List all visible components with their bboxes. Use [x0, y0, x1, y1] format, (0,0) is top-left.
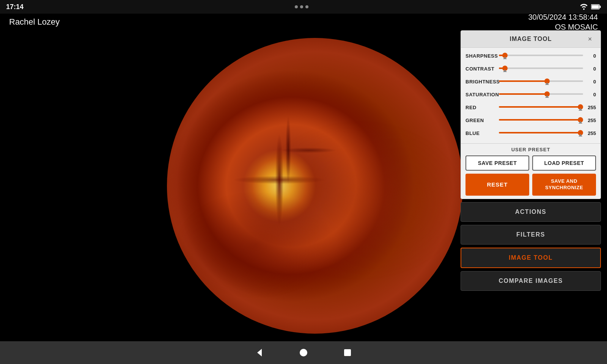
slider-value-brightness: 0 [583, 79, 596, 85]
save-preset-button[interactable]: SAVE PRESET [465, 155, 529, 171]
exam-date: 30/05/2024 13:58:44 [528, 12, 598, 22]
slider-track-contrast [499, 67, 583, 69]
load-preset-button[interactable]: LOAD PRESET [532, 155, 596, 171]
slider-tick-brightness [545, 82, 549, 85]
status-dots [295, 5, 308, 8]
slider-tick-saturation [545, 95, 549, 98]
slider-fill-green [499, 119, 580, 121]
back-icon [254, 347, 265, 358]
slider-tick-red [579, 108, 582, 111]
preset-buttons: SAVE PRESET LOAD PRESET [465, 155, 596, 171]
image-tool-panel: IMAGE TOOL × SHARPNESS0CONTRAST0BRIGHTNE… [461, 30, 601, 199]
top-info-bar: Rachel Lozey 30/05/2024 13:58:44 OS MOSA… [0, 14, 607, 30]
svg-marker-3 [257, 349, 262, 356]
sliders-section: SHARPNESS0CONTRAST0BRIGHTNESS0SATURATION… [461, 48, 601, 143]
slider-row-blue: BLUE255 [465, 127, 596, 139]
slider-label-blue: BLUE [465, 130, 499, 136]
bottom-nav [0, 341, 607, 364]
slider-label-red: RED [465, 105, 499, 110]
slider-fill-red [499, 106, 580, 108]
exam-info: 30/05/2024 13:58:44 OS MOSAIC [528, 12, 598, 32]
slider-container-red [499, 103, 583, 112]
slider-label-saturation: SATURATION [465, 92, 499, 97]
slider-track-brightness [499, 80, 583, 82]
wifi-icon [580, 4, 588, 10]
svg-rect-5 [344, 349, 351, 356]
slider-container-blue [499, 129, 583, 138]
slider-container-green [499, 116, 583, 125]
reset-button[interactable]: RESET [465, 174, 529, 196]
status-bar: 17:14 [0, 0, 607, 14]
slider-value-contrast: 0 [583, 66, 596, 72]
compare-images-button[interactable]: COMPARE IMAGES [461, 271, 601, 291]
panel-title: IMAGE TOOL [476, 36, 585, 42]
recent-icon [343, 348, 352, 357]
home-nav-button[interactable] [297, 346, 310, 359]
battery-icon [591, 4, 601, 9]
filters-button[interactable]: FILTERS [461, 225, 601, 245]
slider-track-sharpness [499, 55, 583, 56]
slider-tick-green [579, 121, 582, 124]
slider-fill-brightness [499, 80, 547, 82]
slider-fill-blue [499, 132, 580, 133]
user-preset-section: USER PRESET SAVE PRESET LOAD PRESET RESE… [461, 143, 601, 199]
retinal-image [167, 38, 463, 334]
slider-value-red: 255 [583, 105, 596, 110]
svg-point-4 [300, 349, 307, 356]
svg-rect-2 [599, 6, 601, 8]
action-buttons: RESET SAVE ANDSYNCHRONIZE [465, 174, 596, 196]
slider-container-brightness [499, 77, 583, 86]
slider-row-contrast: CONTRAST0 [465, 63, 596, 74]
status-time: 17:14 [6, 3, 24, 11]
slider-container-saturation [499, 90, 583, 99]
patient-name: Rachel Lozey [9, 17, 60, 27]
back-nav-button[interactable] [253, 346, 266, 359]
close-button[interactable]: × [585, 35, 594, 44]
slider-value-green: 255 [583, 118, 596, 123]
status-icons [580, 4, 601, 10]
image-tool-button[interactable]: IMAGE TOOL [461, 248, 601, 268]
save-sync-button[interactable]: SAVE ANDSYNCHRONIZE [532, 174, 596, 196]
slider-label-brightness: BRIGHTNESS [465, 79, 499, 85]
slider-row-sharpness: SHARPNESS0 [465, 50, 596, 61]
svg-rect-1 [591, 5, 599, 9]
slider-track-green [499, 119, 583, 121]
slider-value-sharpness: 0 [583, 53, 596, 59]
slider-container-sharpness [499, 51, 583, 60]
panel-header: IMAGE TOOL × [461, 31, 601, 48]
slider-container-contrast [499, 64, 583, 73]
slider-value-saturation: 0 [583, 92, 596, 97]
slider-row-red: RED255 [465, 102, 596, 113]
slider-tick-contrast [503, 69, 507, 72]
slider-fill-saturation [499, 93, 547, 95]
home-icon [299, 348, 308, 357]
right-panel: IMAGE TOOL × SHARPNESS0CONTRAST0BRIGHTNE… [461, 30, 601, 337]
slider-label-sharpness: SHARPNESS [465, 53, 499, 59]
slider-label-contrast: CONTRAST [465, 66, 499, 72]
slider-track-red [499, 106, 583, 108]
user-preset-header: USER PRESET [465, 147, 596, 152]
slider-tick-blue [579, 134, 582, 136]
recent-nav-button[interactable] [341, 346, 354, 359]
actions-button[interactable]: ACTIONS [461, 202, 601, 222]
slider-track-saturation [499, 93, 583, 95]
slider-label-green: GREEN [465, 118, 499, 123]
slider-row-saturation: SATURATION0 [465, 89, 596, 100]
slider-track-blue [499, 132, 583, 133]
slider-value-blue: 255 [583, 130, 596, 136]
slider-tick-sharpness [503, 56, 507, 59]
slider-row-brightness: BRIGHTNESS0 [465, 76, 596, 87]
slider-row-green: GREEN255 [465, 115, 596, 126]
